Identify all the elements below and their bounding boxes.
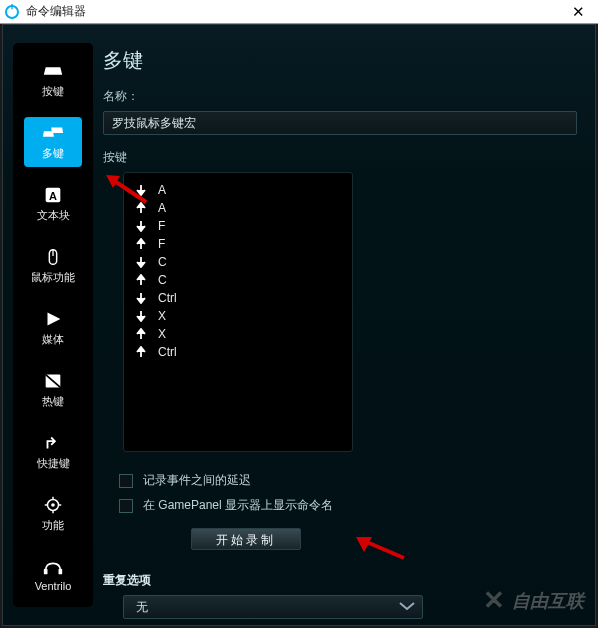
- window-title: 命令编辑器: [26, 3, 562, 20]
- sidebar-item-textblock[interactable]: A文本块: [24, 179, 82, 229]
- watermark-x-icon: ✕: [483, 585, 505, 616]
- hotkeys-icon: [41, 371, 65, 391]
- sidebar-item-mousefn[interactable]: 鼠标功能: [24, 241, 82, 291]
- close-button[interactable]: ✕: [562, 3, 594, 21]
- watermark-text: 自由互联: [512, 589, 584, 613]
- key-name: Ctrl: [158, 345, 177, 359]
- page-heading: 多键: [103, 47, 577, 74]
- key-name: A: [158, 183, 166, 197]
- gamepanel-label: 在 GamePanel 显示器上显示命令名: [143, 497, 333, 514]
- key-event-row[interactable]: A: [136, 181, 340, 199]
- shortcut-icon: [41, 433, 65, 453]
- checkbox-icon: [119, 499, 133, 513]
- logo-icon: [4, 4, 20, 20]
- options-group: 记录事件之间的延迟 在 GamePanel 显示器上显示命令名: [103, 472, 577, 514]
- key-event-row[interactable]: X: [136, 325, 340, 343]
- ventrilo-icon: [41, 557, 65, 577]
- keystroke-icon: [41, 61, 65, 81]
- chevron-down-icon: [398, 600, 416, 615]
- arrow-up-icon: [136, 238, 146, 250]
- svg-rect-1: [11, 4, 12, 9]
- sidebar-item-label: 多键: [42, 146, 64, 161]
- svg-rect-14: [59, 569, 63, 575]
- sidebar-item-label: 媒体: [42, 332, 64, 347]
- record-delay-checkbox[interactable]: 记录事件之间的延迟: [103, 472, 577, 489]
- key-events-list[interactable]: AAFFCCCtrlXXCtrl: [123, 172, 353, 452]
- key-event-row[interactable]: Ctrl: [136, 343, 340, 361]
- mousefn-icon: [41, 247, 65, 267]
- sidebar-item-label: 功能: [42, 518, 64, 533]
- function-icon: [41, 495, 65, 515]
- sidebar-item-label: 热键: [42, 394, 64, 409]
- sidebar-item-label: 鼠标功能: [31, 270, 75, 285]
- sidebar-item-label: Ventrilo: [35, 580, 72, 592]
- watermark: ✕ 自由互联: [483, 585, 584, 616]
- arrow-up-icon: [136, 346, 146, 358]
- repeat-select[interactable]: 无: [123, 595, 423, 619]
- multikey-icon: [41, 123, 65, 143]
- name-label: 名称：: [103, 88, 577, 105]
- key-event-row[interactable]: A: [136, 199, 340, 217]
- sidebar-item-label: 按键: [42, 84, 64, 99]
- arrow-up-icon: [136, 202, 146, 214]
- textblock-icon: A: [41, 185, 65, 205]
- svg-text:A: A: [49, 190, 57, 202]
- sidebar-track: 按键多键A文本块鼠标功能媒体热键快捷键功能Ventrilo: [13, 43, 93, 607]
- svg-rect-13: [44, 569, 48, 575]
- macro-name-input[interactable]: [103, 111, 577, 135]
- key-name: X: [158, 309, 166, 323]
- sidebar-item-shortcut[interactable]: 快捷键: [24, 427, 82, 477]
- repeat-selected-value: 无: [136, 599, 148, 616]
- sidebar-item-multikey[interactable]: 多键: [24, 117, 82, 167]
- sidebar-item-ventrilo[interactable]: Ventrilo: [24, 551, 82, 598]
- arrow-up-icon: [136, 328, 146, 340]
- media-icon: [41, 309, 65, 329]
- sidebar-item-media[interactable]: 媒体: [24, 303, 82, 353]
- arrow-up-icon: [136, 274, 146, 286]
- sidebar-item-label: 快捷键: [37, 456, 70, 471]
- arrow-down-icon: [136, 292, 146, 304]
- main-panel: 多键 名称： 按键 AAFFCCCtrlXXCtrl 记录事件之间的延迟 在 G…: [103, 25, 595, 625]
- key-event-row[interactable]: Ctrl: [136, 289, 340, 307]
- arrow-down-icon: [136, 310, 146, 322]
- arrow-down-icon: [136, 256, 146, 268]
- key-event-row[interactable]: X: [136, 307, 340, 325]
- sidebar-item-label: 文本块: [37, 208, 70, 223]
- key-event-row[interactable]: C: [136, 253, 340, 271]
- key-name: A: [158, 201, 166, 215]
- key-name: X: [158, 327, 166, 341]
- record-delay-label: 记录事件之间的延迟: [143, 472, 251, 489]
- arrow-down-icon: [136, 220, 146, 232]
- arrow-down-icon: [136, 184, 146, 196]
- key-event-row[interactable]: C: [136, 271, 340, 289]
- key-event-row[interactable]: F: [136, 217, 340, 235]
- sidebar: 按键多键A文本块鼠标功能媒体热键快捷键功能Ventrilo: [3, 25, 103, 625]
- checkbox-icon: [119, 474, 133, 488]
- key-name: C: [158, 255, 167, 269]
- key-name: F: [158, 237, 165, 251]
- gamepanel-checkbox[interactable]: 在 GamePanel 显示器上显示命令名: [103, 497, 577, 514]
- sidebar-item-keystroke[interactable]: 按键: [24, 55, 82, 105]
- titlebar: 命令编辑器 ✕: [0, 0, 598, 24]
- key-name: C: [158, 273, 167, 287]
- start-record-button[interactable]: 开始录制: [191, 528, 301, 550]
- app-body: 按键多键A文本块鼠标功能媒体热键快捷键功能Ventrilo 多键 名称： 按键 …: [2, 24, 596, 626]
- keys-label: 按键: [103, 149, 577, 166]
- key-name: F: [158, 219, 165, 233]
- key-event-row[interactable]: F: [136, 235, 340, 253]
- sidebar-item-hotkeys[interactable]: 热键: [24, 365, 82, 415]
- svg-point-8: [51, 503, 55, 507]
- key-name: Ctrl: [158, 291, 177, 305]
- sidebar-item-function[interactable]: 功能: [24, 489, 82, 539]
